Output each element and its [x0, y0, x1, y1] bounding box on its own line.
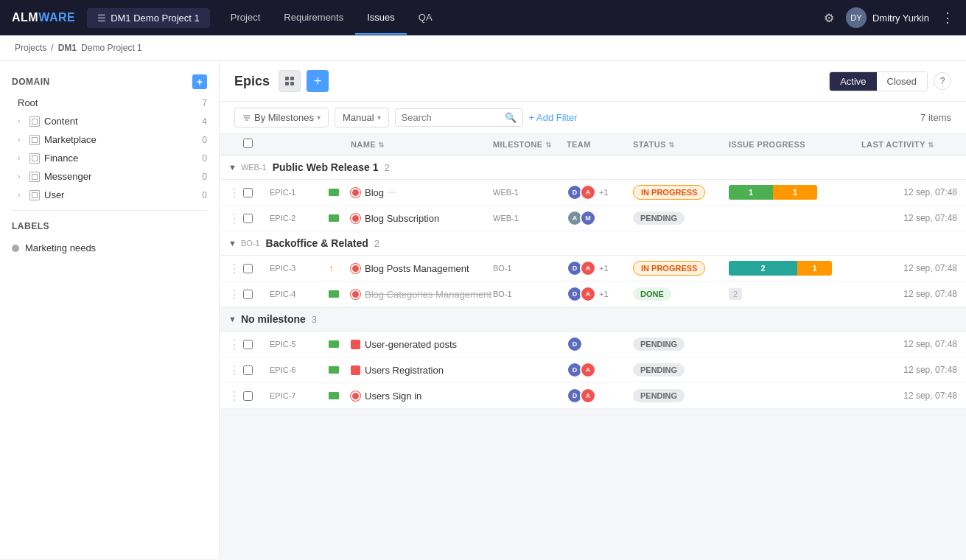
- row-checkbox: [243, 214, 270, 223]
- row-milestone: WEB-1: [493, 214, 567, 223]
- sidebar-item-user[interactable]: › User 0: [0, 186, 219, 204]
- row-team: D A +1: [567, 184, 633, 200]
- row-name[interactable]: Users Sign in: [351, 391, 493, 402]
- sidebar-divider: [12, 210, 207, 211]
- chevron-right-icon: ›: [18, 191, 29, 199]
- row-milestone: BO-1: [493, 290, 567, 298]
- avatar: A: [580, 388, 596, 404]
- sort-icon: ⇅: [378, 141, 384, 149]
- row-team: D A: [567, 362, 633, 378]
- group-web1[interactable]: ▼ WEB-1 Public Web Release 1 2: [220, 155, 966, 180]
- sidebar-item-content[interactable]: › Content 4: [0, 112, 219, 130]
- col-status-header[interactable]: STATUS ⇅: [633, 140, 729, 149]
- status-badge: PENDING: [633, 211, 685, 225]
- milestones-filter-label: By Milestones: [254, 112, 314, 123]
- tab-requirements[interactable]: Requirements: [272, 1, 355, 35]
- svg-rect-0: [285, 77, 289, 80]
- row-name[interactable]: Blog Categories Management: [351, 289, 493, 300]
- group-count: 2: [374, 238, 379, 249]
- row-team: D A: [567, 388, 633, 404]
- status-badge: PENDING: [633, 363, 685, 377]
- row-activity: 12 sep, 07:48: [861, 339, 957, 349]
- table-container: NAME ⇅ MILESTONE ⇅ TEAM STATUS ⇅ ISSUE P…: [220, 134, 966, 559]
- priority-indicator: [329, 189, 351, 196]
- label-item-marketing[interactable]: Marketing needs: [0, 239, 219, 257]
- team-plus: +1: [599, 188, 609, 197]
- select-all-checkbox[interactable]: [243, 139, 253, 148]
- page-title: Epics: [234, 74, 270, 89]
- toggle-closed[interactable]: Closed: [877, 72, 927, 91]
- breadcrumb-projects[interactable]: Projects: [15, 43, 46, 53]
- overflow-menu-icon[interactable]: ⋮: [941, 10, 954, 26]
- checkbox[interactable]: [243, 214, 253, 223]
- checkbox[interactable]: [243, 264, 253, 273]
- table-row: ⋮ EPIC-2 Blog Subscription WEB-1 A M: [220, 206, 966, 231]
- tab-qa[interactable]: QA: [407, 1, 444, 35]
- row-dots[interactable]: ⋮: [228, 186, 243, 200]
- add-epic-button[interactable]: +: [307, 70, 329, 92]
- epics-header: Epics + Active Closed ?: [220, 61, 966, 102]
- epic-type-icon: [351, 290, 360, 299]
- row-status: DONE: [633, 287, 729, 301]
- row-name[interactable]: Blog Subscription: [351, 213, 493, 224]
- row-dots[interactable]: ⋮: [228, 337, 243, 351]
- sidebar: Domain + Root 7 › Content 4 › Marketplac…: [0, 61, 220, 559]
- label-dot: [12, 245, 19, 252]
- progress-inprogress: 1: [773, 185, 817, 200]
- row-dots[interactable]: ⋮: [228, 211, 243, 225]
- group-bo1[interactable]: ▼ BO-1 Backoffice & Related 2: [220, 231, 966, 256]
- tab-project[interactable]: Project: [219, 1, 272, 35]
- row-status: PENDING: [633, 363, 729, 377]
- col-name-header[interactable]: NAME ⇅: [351, 140, 493, 149]
- project-tab[interactable]: ☰ DM1 Demo Project 1: [87, 8, 210, 28]
- chevron-right-icon: ›: [18, 117, 29, 125]
- progress-inprogress: 1: [797, 261, 832, 276]
- top-navigation: ALMWARE ☰ DM1 Demo Project 1 Project Req…: [0, 0, 966, 35]
- checkbox[interactable]: [243, 340, 253, 349]
- help-button[interactable]: ?: [934, 72, 951, 90]
- row-name[interactable]: Blog Posts Management: [351, 263, 493, 274]
- sidebar-item-finance[interactable]: › Finance 0: [0, 149, 219, 167]
- sidebar-item-messenger[interactable]: › Messenger 0: [0, 167, 219, 186]
- row-dots[interactable]: ⋮: [228, 389, 243, 403]
- sidebar-item-marketplace[interactable]: › Marketplace 0: [0, 130, 219, 149]
- tab-issues[interactable]: Issues: [355, 1, 407, 35]
- row-dots[interactable]: ⋮: [228, 262, 243, 276]
- checkbox[interactable]: [243, 391, 253, 401]
- row-checkbox: [243, 391, 270, 401]
- logo: ALMWARE: [12, 11, 75, 24]
- checkbox[interactable]: [243, 365, 253, 375]
- checkbox[interactable]: [243, 188, 253, 197]
- table-row: ⋮ EPIC-3 ↑ Blog Posts Management BO-1 D …: [220, 256, 966, 281]
- col-activity-header[interactable]: LAST ACTIVITY ⇅: [861, 140, 957, 149]
- toggle-active[interactable]: Active: [830, 72, 876, 91]
- row-dots[interactable]: ⋮: [228, 363, 243, 377]
- row-name[interactable]: User-generated posts: [351, 339, 493, 350]
- row-name[interactable]: Users Registration: [351, 365, 493, 376]
- sidebar-item-root[interactable]: Root 7: [0, 94, 219, 112]
- domain-add-button[interactable]: +: [192, 74, 207, 89]
- search-input[interactable]: [402, 112, 505, 123]
- search-icon: 🔍: [505, 112, 517, 123]
- row-status: PENDING: [633, 389, 729, 402]
- col-team-header: TEAM: [567, 140, 633, 149]
- sort-button[interactable]: Manual ▾: [335, 108, 389, 127]
- epic-name: User-generated posts: [365, 339, 457, 350]
- row-name[interactable]: Blog: [351, 187, 493, 198]
- group-no-milestone[interactable]: ▼ No milestone 3: [220, 307, 966, 332]
- status-badge: PENDING: [633, 337, 685, 351]
- add-filter-button[interactable]: + Add Filter: [529, 109, 578, 126]
- breadcrumb: Projects / DM1 Demo Project 1: [0, 35, 966, 61]
- milestones-filter-button[interactable]: By Milestones ▾: [234, 108, 329, 127]
- row-progress: 2: [729, 288, 861, 300]
- project-tab-label: DM1 Demo Project 1: [111, 13, 200, 24]
- col-milestone-header[interactable]: MILESTONE ⇅: [493, 140, 567, 149]
- grid-icon: [284, 76, 295, 86]
- grid-view-button[interactable]: [279, 70, 301, 92]
- epic-type-icon: [351, 264, 360, 273]
- checkbox[interactable]: [243, 290, 253, 299]
- row-dots[interactable]: ⋮: [228, 287, 243, 301]
- gear-icon[interactable]: ⚙: [824, 11, 834, 25]
- avatar: A: [580, 260, 596, 276]
- collapse-icon: ▼: [228, 239, 237, 248]
